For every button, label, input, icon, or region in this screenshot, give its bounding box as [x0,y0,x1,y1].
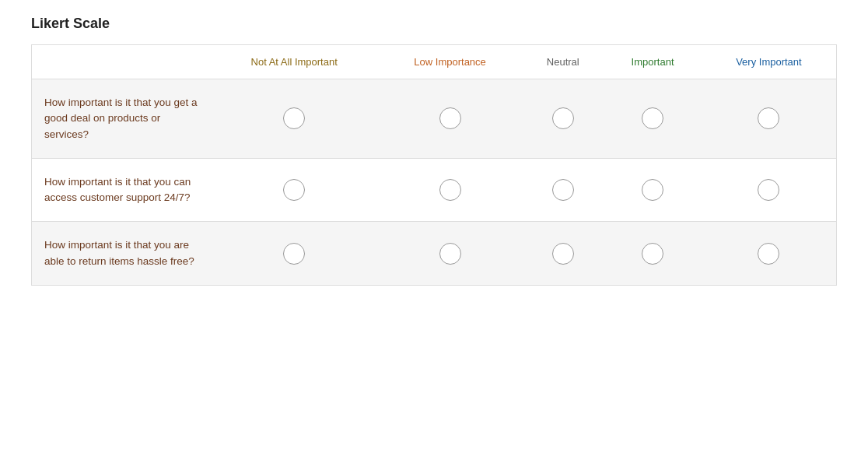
radio-cell-2-1[interactable] [211,158,378,222]
radio-button[interactable] [283,243,305,265]
radio-cell-1-2[interactable] [378,79,522,159]
header-question [32,45,211,79]
page-title: Likert Scale [31,16,837,32]
table-row: How important is it that you can access … [32,158,837,222]
radio-button[interactable] [758,107,779,129]
radio-button[interactable] [552,179,574,201]
table-row: How important is it that you get a good … [32,79,837,159]
header-low-importance: Low Importance [378,45,522,79]
table-row: How important is it that you are able to… [32,222,837,286]
radio-cell-1-5[interactable] [702,79,837,159]
question-1: How important is it that you get a good … [32,79,211,159]
radio-cell-3-5[interactable] [702,222,837,286]
radio-cell-3-3[interactable] [522,222,604,286]
radio-cell-3-2[interactable] [378,222,522,286]
header-neutral: Neutral [522,45,604,79]
question-2: How important is it that you can access … [32,158,211,222]
radio-cell-3-1[interactable] [211,222,378,286]
radio-cell-1-4[interactable] [604,79,702,159]
radio-button[interactable] [642,107,663,129]
radio-button[interactable] [758,243,779,265]
radio-cell-1-1[interactable] [211,79,378,159]
radio-button[interactable] [758,179,779,201]
radio-button[interactable] [283,107,305,129]
radio-button[interactable] [439,107,461,129]
radio-cell-2-5[interactable] [702,158,837,222]
likert-scale-table: Not At All Important Low Importance Neut… [31,44,837,286]
radio-cell-2-4[interactable] [604,158,702,222]
question-3: How important is it that you are able to… [32,222,211,286]
radio-cell-2-2[interactable] [378,158,522,222]
header-important: Important [604,45,702,79]
header-very-important: Very Important [702,45,837,79]
radio-button[interactable] [552,107,574,129]
radio-button[interactable] [552,243,574,265]
radio-button[interactable] [439,243,461,265]
table-header-row: Not At All Important Low Importance Neut… [32,45,837,79]
radio-cell-1-3[interactable] [522,79,604,159]
header-not-at-all: Not At All Important [211,45,378,79]
radio-cell-2-3[interactable] [522,158,604,222]
radio-button[interactable] [283,179,305,201]
radio-button[interactable] [642,243,663,265]
radio-button[interactable] [439,179,461,201]
radio-cell-3-4[interactable] [604,222,702,286]
radio-button[interactable] [642,179,663,201]
